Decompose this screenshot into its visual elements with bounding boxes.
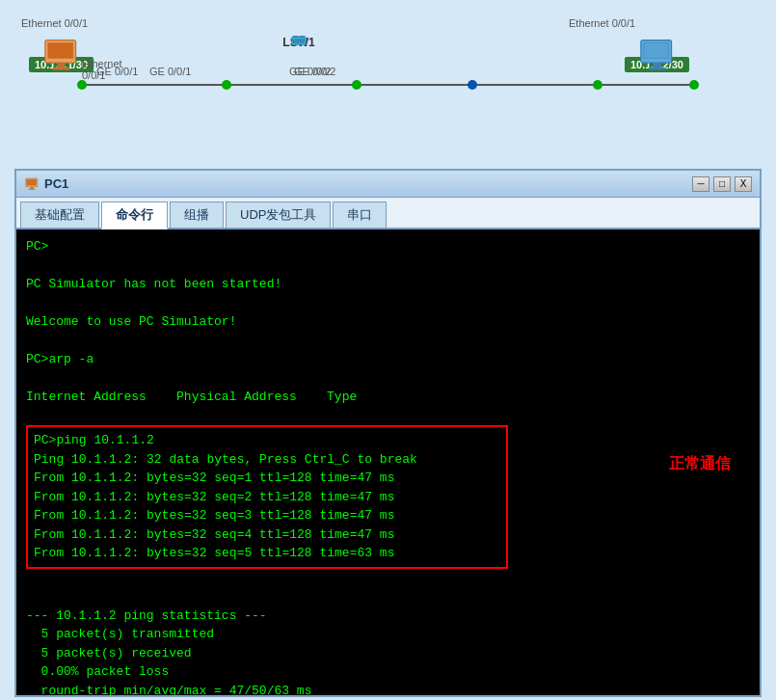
svg-point-19 — [304, 40, 305, 41]
tab-multicast[interactable]: 组播 — [170, 202, 224, 228]
tab-bar: 基础配置 命令行 组播 UDP发包工具 串口 — [16, 198, 760, 229]
svg-rect-10 — [52, 67, 69, 70]
device-lsw1: ❄ LSW1 — [282, 34, 314, 49]
maximize-button[interactable]: □ — [713, 176, 731, 192]
pc1-ge-port: GE 0/0/1 — [96, 66, 138, 77]
tab-udp-tool[interactable]: UDP发包工具 — [226, 202, 331, 228]
pc2-eth-label: Ethernet 0/0/1 — [569, 17, 635, 29]
svg-point-18 — [301, 40, 302, 41]
lsw1-port1-label: GE 0/0/1 — [149, 66, 191, 77]
lsw1-icon: ❄ — [282, 34, 314, 49]
ping-seq1: From 10.1.1.2: bytes=32 seq=1 ttl=128 ti… — [34, 469, 500, 488]
pc1-eth-label: Ethernet 0/0/1 — [21, 17, 88, 29]
svg-rect-29 — [28, 188, 35, 189]
pc2-icon — [625, 39, 689, 72]
terminal-content: PC> PC Simulator has not been started! W… — [26, 237, 750, 425]
ping-box: PC>ping 10.1.1.2 Ping 10.1.1.2: 32 data … — [26, 425, 508, 569]
svg-point-15 — [294, 40, 295, 41]
device-pc2: PC2 10.1.1.2/30 — [625, 39, 689, 72]
tab-basic-config[interactable]: 基础配置 — [20, 202, 99, 228]
device-pc1: Ethernet 0/0/1 PC1 10.1.1.1/30 — [29, 39, 94, 72]
window-titlebar: PC1 ─ □ X — [16, 171, 760, 198]
close-button[interactable]: X — [735, 176, 752, 192]
ping-seq5: From 10.1.1.2: bytes=32 seq=5 ttl=128 ti… — [34, 544, 500, 563]
svg-rect-27 — [27, 178, 37, 184]
svg-point-2 — [222, 80, 231, 90]
normal-comm-label: 正常通信 — [669, 454, 731, 474]
tab-serial[interactable]: 串口 — [333, 202, 387, 228]
ping-seq2: From 10.1.1.2: bytes=32 seq=2 ttl=128 ti… — [34, 488, 500, 507]
terminal-area[interactable]: PC> PC Simulator has not been started! W… — [16, 229, 760, 695]
topology-svg — [0, 0, 776, 169]
svg-rect-23 — [653, 63, 660, 67]
pc1-icon — [29, 39, 94, 72]
svg-point-16 — [297, 40, 298, 41]
svg-rect-25 — [644, 43, 668, 58]
svg-point-17 — [299, 40, 300, 41]
window-title: PC1 — [24, 176, 68, 191]
svg-point-3 — [352, 80, 361, 90]
pc1-window: PC1 ─ □ X 基础配置 命令行 组播 UDP发包工具 串口 PC> PC … — [14, 169, 762, 697]
ping-section: PC>ping 10.1.1.2 Ping 10.1.1.2: 32 data … — [26, 425, 750, 569]
svg-point-4 — [468, 80, 477, 90]
minimize-button[interactable]: ─ — [692, 176, 709, 192]
ping-box-content: PC>ping 10.1.1.2 — [34, 431, 500, 450]
svg-rect-9 — [57, 63, 65, 67]
svg-rect-28 — [30, 186, 33, 188]
ping-seq4: From 10.1.1.2: bytes=32 seq=4 ttl=128 ti… — [34, 525, 500, 545]
svg-text:❄: ❄ — [298, 35, 300, 37]
lsw1-port2-label: GE 0/0/2 — [294, 66, 335, 77]
ping-header: Ping 10.1.1.2: 32 data bytes, Press Ctrl… — [34, 450, 500, 470]
topology-area: Ethernet 0/0/1 PC1 10.1.1.1/30 GE 0/0/1 … — [0, 0, 776, 169]
svg-rect-11 — [48, 43, 72, 58]
svg-point-6 — [689, 80, 699, 90]
tab-command-line[interactable]: 命令行 — [101, 202, 168, 229]
svg-rect-24 — [648, 67, 665, 70]
ping-seq3: From 10.1.1.2: bytes=32 seq=3 ttl=128 ti… — [34, 506, 500, 525]
stats-content: --- 10.1.1.2 ping statistics --- 5 packe… — [26, 569, 750, 696]
svg-point-5 — [593, 80, 602, 90]
window-controls[interactable]: ─ □ X — [692, 176, 752, 192]
svg-point-1 — [77, 80, 87, 90]
titlebar-pc-icon — [24, 177, 40, 191]
